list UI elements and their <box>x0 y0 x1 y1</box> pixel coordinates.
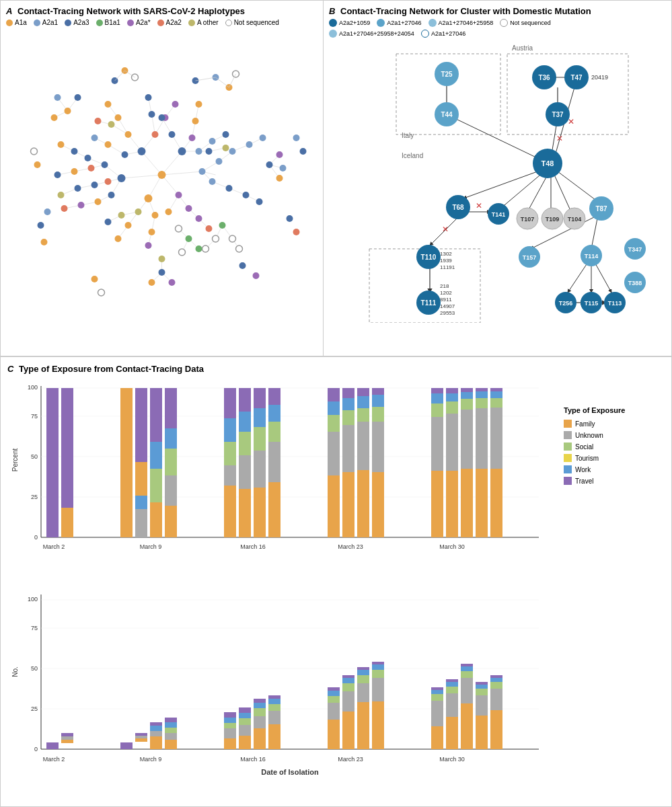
svg-point-172 <box>31 148 38 155</box>
svg-point-90 <box>122 151 128 158</box>
svg-rect-422 <box>268 704 281 711</box>
svg-point-141 <box>54 171 61 178</box>
svg-rect-358 <box>461 410 473 469</box>
svg-rect-369 <box>490 469 502 537</box>
svg-rect-411 <box>239 713 251 718</box>
svg-point-104 <box>108 121 115 128</box>
svg-text:Austria: Austria <box>512 44 533 52</box>
svg-point-146 <box>213 235 219 242</box>
svg-rect-442 <box>372 670 384 678</box>
svg-rect-457 <box>461 671 473 678</box>
legend-a2astar: A2a* <box>127 19 151 26</box>
svg-rect-393 <box>135 738 147 742</box>
svg-line-209 <box>527 175 548 212</box>
svg-text:March 9: March 9 <box>140 543 162 550</box>
svg-text:Iceland: Iceland <box>402 152 423 159</box>
svg-rect-295 <box>135 509 147 537</box>
svg-rect-430 <box>342 675 354 678</box>
svg-rect-315 <box>254 388 266 408</box>
svg-rect-347 <box>431 404 443 417</box>
svg-text:March 30: March 30 <box>439 543 465 550</box>
svg-rect-461 <box>476 685 488 689</box>
svg-rect-416 <box>254 703 266 708</box>
svg-rect-433 <box>342 691 354 712</box>
svg-text:March 23: March 23 <box>338 756 363 763</box>
legend-unknown: Unknown <box>564 431 665 439</box>
svg-text:T110: T110 <box>421 254 437 261</box>
svg-rect-346 <box>431 393 443 404</box>
svg-text:T44: T44 <box>441 111 453 118</box>
svg-point-81 <box>158 171 166 179</box>
svg-point-119 <box>95 198 102 205</box>
svg-point-169 <box>44 208 51 215</box>
svg-point-156 <box>54 94 61 101</box>
svg-rect-353 <box>446 414 458 471</box>
svg-point-170 <box>287 215 293 222</box>
svg-point-100 <box>108 192 115 198</box>
svg-point-96 <box>186 205 192 212</box>
svg-text:25: 25 <box>31 494 38 500</box>
svg-point-158 <box>51 114 58 121</box>
svg-rect-309 <box>224 486 236 537</box>
svg-text:T347: T347 <box>628 246 642 253</box>
svg-rect-459 <box>461 703 473 749</box>
svg-point-101 <box>216 158 223 165</box>
svg-point-159 <box>266 161 273 168</box>
panel-c: C Type of Exposure from Contact-Tracing … <box>1 356 671 806</box>
svg-rect-345 <box>431 388 443 393</box>
svg-rect-453 <box>446 693 458 717</box>
svg-point-153 <box>179 249 186 256</box>
svg-point-91 <box>169 131 176 138</box>
svg-rect-301 <box>165 428 177 449</box>
svg-rect-446 <box>431 690 443 694</box>
svg-text:T113: T113 <box>608 300 622 307</box>
svg-line-207 <box>463 171 537 198</box>
svg-rect-299 <box>150 502 162 537</box>
svg-rect-390 <box>61 733 73 736</box>
svg-rect-364 <box>476 469 488 537</box>
svg-rect-425 <box>328 687 340 691</box>
svg-rect-355 <box>461 388 473 392</box>
svg-line-0 <box>142 151 162 175</box>
svg-text:75: 75 <box>31 413 38 420</box>
svg-rect-412 <box>239 718 251 725</box>
svg-text:0: 0 <box>34 746 38 753</box>
svg-point-167 <box>38 222 44 229</box>
svg-rect-360 <box>476 388 488 391</box>
svg-point-86 <box>118 174 126 182</box>
svg-line-211 <box>554 175 571 212</box>
svg-rect-398 <box>150 736 162 742</box>
svg-text:1302: 1302 <box>440 251 452 257</box>
svg-rect-406 <box>224 718 236 723</box>
svg-rect-308 <box>224 465 236 486</box>
svg-point-138 <box>246 141 253 148</box>
svg-text:T111: T111 <box>421 299 437 307</box>
svg-text:T47: T47 <box>570 74 583 81</box>
svg-rect-404 <box>165 740 177 749</box>
svg-text:March 2: March 2 <box>43 756 65 763</box>
svg-rect-451 <box>446 682 458 687</box>
svg-text:50: 50 <box>31 665 38 672</box>
svg-rect-297 <box>150 442 162 469</box>
svg-rect-337 <box>357 408 369 422</box>
svg-point-108 <box>159 114 165 121</box>
svg-text:T141: T141 <box>492 211 506 218</box>
svg-rect-421 <box>268 699 281 704</box>
svg-text:No.: No. <box>11 666 19 677</box>
svg-rect-323 <box>268 442 281 482</box>
svg-rect-367 <box>490 398 502 408</box>
panel-b-title: B Contact-Tracing Network for Cluster wi… <box>329 6 666 16</box>
svg-rect-313 <box>239 455 251 489</box>
svg-point-82 <box>138 147 146 155</box>
svg-text:14907: 14907 <box>440 303 455 309</box>
svg-rect-302 <box>165 449 177 475</box>
svg-text:50: 50 <box>31 453 38 460</box>
svg-rect-434 <box>342 712 354 749</box>
svg-line-2 <box>149 175 162 198</box>
svg-rect-310 <box>239 388 251 412</box>
svg-rect-293 <box>135 462 147 496</box>
svg-rect-333 <box>342 425 354 472</box>
svg-rect-288 <box>46 388 59 537</box>
svg-rect-436 <box>357 670 369 675</box>
legend-social: Social <box>564 443 665 451</box>
